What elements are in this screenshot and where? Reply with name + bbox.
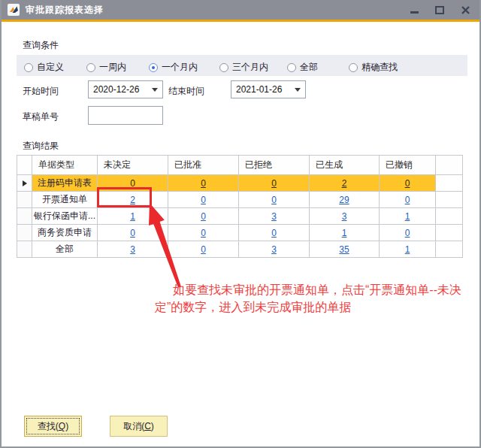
filter-radio-4[interactable]: 三个月内	[219, 61, 268, 74]
results-section-label: 查询结果	[23, 140, 59, 153]
annotation-highlight-rect	[97, 187, 152, 207]
column-header: 未决定	[98, 156, 168, 175]
count-cell: 0	[98, 225, 168, 241]
row-selector-cell	[17, 225, 32, 241]
count-cell: 0	[168, 208, 239, 225]
count-link[interactable]: 29	[339, 195, 349, 205]
table-row: 商务资质申请00010	[17, 225, 463, 241]
row-selector-cell	[17, 241, 32, 258]
filter-radio-label: 一个月内	[162, 61, 198, 74]
maximize-icon	[435, 6, 444, 14]
filter-radio-label: 自定义	[37, 61, 64, 74]
count-link[interactable]: 0	[271, 195, 277, 205]
filter-radio-label: 全部	[300, 61, 318, 74]
maximize-button[interactable]	[431, 3, 448, 17]
minimize-button[interactable]	[406, 3, 422, 17]
table-row: 开票通知单200290	[17, 192, 463, 208]
count-link[interactable]: 0	[271, 228, 277, 238]
count-cell: 29	[310, 192, 380, 208]
count-link[interactable]: 0	[271, 178, 277, 189]
count-link[interactable]: 3	[130, 244, 135, 255]
count-link[interactable]: 0	[201, 228, 206, 238]
conditions-section-label: 查询条件	[23, 39, 59, 52]
count-cell: 3	[239, 208, 310, 225]
filter-radio-5[interactable]: 全部	[287, 61, 318, 74]
count-cell: 1	[380, 208, 436, 225]
column-header: 已批准	[168, 156, 239, 175]
count-link[interactable]: 1	[405, 244, 410, 255]
chevron-down-icon	[152, 88, 158, 92]
count-link[interactable]: 3	[271, 244, 277, 255]
cancel-button[interactable]: 取消(C)	[110, 416, 168, 437]
count-cell: 0	[168, 225, 239, 241]
column-header: 单据类型	[32, 156, 98, 175]
count-link[interactable]: 1	[130, 211, 135, 222]
app-logo-icon	[8, 4, 20, 16]
close-button[interactable]	[457, 3, 473, 17]
count-link[interactable]: 1	[405, 211, 410, 222]
count-link[interactable]: 0	[405, 178, 410, 189]
count-cell: 0	[168, 192, 239, 208]
count-cell: 0	[168, 241, 239, 258]
doc-type-cell: 开票通知单	[32, 192, 98, 208]
count-link[interactable]: 0	[201, 244, 206, 255]
filter-radio-label: 三个月内	[232, 61, 268, 74]
count-cell: 2	[310, 175, 380, 192]
radio-icon	[219, 63, 228, 72]
column-header: 已撤销	[380, 156, 436, 175]
count-cell: 0	[168, 175, 239, 192]
count-link[interactable]: 2	[342, 178, 347, 189]
count-link[interactable]: 0	[201, 178, 206, 189]
filter-radio-3[interactable]: 一个月内	[149, 61, 198, 74]
doc-type-cell: 注册码申请表	[32, 175, 98, 192]
window-title: 审批跟踪报表选择	[26, 4, 397, 17]
count-cell: 35	[310, 241, 380, 258]
empty-cell	[436, 192, 463, 208]
empty-cell	[436, 208, 463, 225]
empty-cell	[436, 225, 463, 241]
chevron-down-icon	[295, 88, 301, 92]
count-link[interactable]: 1	[342, 228, 347, 238]
table-row: 银行保函申请...10331	[17, 208, 463, 225]
find-button[interactable]: 查找(Q)	[24, 416, 82, 437]
count-link[interactable]: 35	[339, 244, 349, 255]
filter-radio-6[interactable]: 精确查找	[349, 61, 398, 74]
count-cell: 0	[380, 175, 436, 192]
close-icon	[461, 6, 470, 14]
table-row: 注册码申请表00020	[17, 175, 463, 192]
count-link[interactable]: 3	[271, 211, 277, 222]
filter-radio-label: 精确查找	[362, 61, 398, 74]
count-link[interactable]: 0	[405, 195, 410, 205]
end-date-value: 2021-01-26	[236, 84, 282, 95]
annotation-text-line1: 如要查找未审批的开票通知单，点击“开票通知单--未决	[173, 283, 461, 298]
count-cell: 0	[239, 175, 310, 192]
start-time-label: 开始时间	[23, 85, 59, 98]
filter-radio-2[interactable]: 一周内	[86, 61, 126, 74]
titlebar-accent-line	[2, 20, 479, 22]
start-date-select[interactable]: 2020-12-26	[88, 80, 163, 98]
minimize-icon	[410, 11, 419, 14]
start-date-value: 2020-12-26	[93, 84, 139, 95]
dialog-approval-tracking: 审批跟踪报表选择 查询条件 自定义一周内一个月内三个月内全部精确查找 开始时间 …	[0, 0, 481, 448]
radio-icon	[86, 63, 95, 72]
count-cell: 3	[98, 241, 168, 258]
radio-icon	[149, 63, 158, 72]
row-selector-cell	[17, 208, 32, 225]
results-header-row: 单据类型未决定已批准已拒绝已生成已撤销	[17, 156, 463, 175]
current-row-indicator-icon	[23, 180, 27, 186]
doc-type-cell: 银行保函申请...	[32, 208, 98, 225]
row-selector-cell	[17, 175, 32, 192]
end-time-label: 结束时间	[168, 85, 204, 98]
count-link[interactable]: 3	[342, 211, 347, 222]
draft-number-input[interactable]	[88, 106, 163, 125]
count-link[interactable]: 0	[201, 211, 206, 222]
count-link[interactable]: 0	[405, 228, 410, 238]
column-header: 已拒绝	[239, 156, 310, 175]
count-link[interactable]: 0	[130, 228, 135, 238]
doc-type-cell: 全部	[32, 241, 98, 258]
filter-radio-1[interactable]: 自定义	[24, 61, 64, 74]
end-date-select[interactable]: 2021-01-26	[231, 80, 306, 98]
count-link[interactable]: 0	[201, 195, 206, 205]
annotation-text-line2: 定”的数字，进入到未完成审批的单据	[155, 300, 351, 316]
count-cell: 0	[239, 225, 310, 241]
